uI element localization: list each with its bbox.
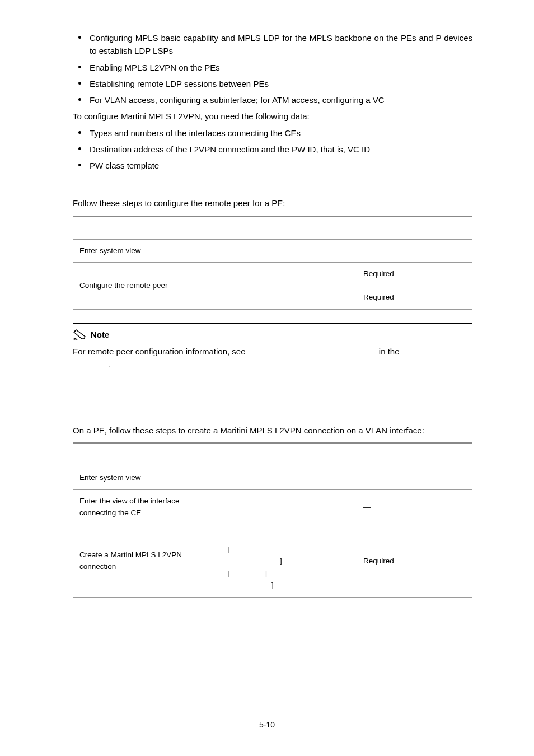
table-header-cell: [357, 443, 472, 466]
page-number: 5-10: [0, 719, 534, 731]
table-header-cell: [73, 216, 221, 240]
note-text: in the: [379, 347, 400, 356]
table-cell-todo: Enter system view: [73, 239, 221, 263]
table-cell-remarks: —: [357, 490, 472, 525]
table-cell-todo: Create a Martini MPLS L2VPN connection: [73, 525, 221, 598]
table-row: Create a Martini MPLS L2VPN connection […: [73, 525, 472, 598]
table-cell-cmd: [ ] [ | ]: [221, 525, 357, 598]
list-item: PW class template: [73, 159, 472, 172]
table-cell-remarks: Required: [357, 525, 472, 598]
table-header-cell: [73, 443, 221, 466]
table-intro: Follow these steps to configure the remo…: [73, 197, 472, 209]
table-row: Enter system view —: [73, 239, 472, 263]
table-intro: On a PE, follow these steps to create a …: [73, 424, 472, 437]
table-row: Enter the view of the interface connecti…: [73, 490, 472, 525]
note-text: .: [109, 360, 111, 369]
table-cell-cmd: [221, 286, 357, 310]
table-cell-cmd: [221, 490, 357, 525]
bullet-list-prereq: Configuring MPLS basic capability and MP…: [73, 31, 472, 106]
table-header-cell: [357, 216, 472, 240]
table-cell-todo: Enter the view of the interface connecti…: [73, 490, 221, 525]
note-block: Note For remote peer configuration infor…: [73, 323, 472, 379]
table-cell-remarks: Required: [357, 263, 472, 286]
note-icon: [73, 329, 87, 341]
config-table-vlan: Enter system view — Enter the view of th…: [73, 442, 472, 598]
table-header-cell: [221, 216, 357, 240]
table-cell-todo: Configure the remote peer: [73, 263, 221, 310]
list-item: Establishing remote LDP sessions between…: [73, 77, 472, 90]
table-row: Configure the remote peer Required: [73, 263, 472, 286]
config-table-remote-peer: Enter system view — Configure the remote…: [73, 216, 472, 310]
table-cell-cmd: [221, 263, 357, 286]
note-body: For remote peer configuration informatio…: [73, 345, 472, 371]
list-item: For VLAN access, configuring a subinterf…: [73, 94, 472, 106]
list-item: Destination address of the L2VPN connect…: [73, 143, 472, 156]
list-item: Configuring MPLS basic capability and MP…: [73, 31, 472, 58]
table-header-row: [73, 443, 472, 466]
list-item: Types and numbers of the interfaces conn…: [73, 127, 472, 139]
list-item: Enabling MPLS L2VPN on the PEs: [73, 61, 472, 74]
body-text: To configure Martini MPLS L2VPN, you nee…: [73, 110, 472, 123]
table-header-row: [73, 216, 472, 240]
table-cell-remarks: —: [357, 466, 472, 490]
bullet-list-data: Types and numbers of the interfaces conn…: [73, 127, 472, 172]
note-title: Note: [91, 328, 109, 341]
table-cell-todo: Enter system view: [73, 466, 221, 490]
table-cell-cmd: [221, 239, 357, 263]
table-cell-remarks: Required: [357, 286, 472, 310]
table-row: Enter system view —: [73, 466, 472, 490]
table-cell-cmd: [221, 466, 357, 490]
table-cell-remarks: —: [357, 239, 472, 263]
table-header-cell: [221, 443, 357, 466]
note-text: For remote peer configuration informatio…: [73, 347, 248, 356]
